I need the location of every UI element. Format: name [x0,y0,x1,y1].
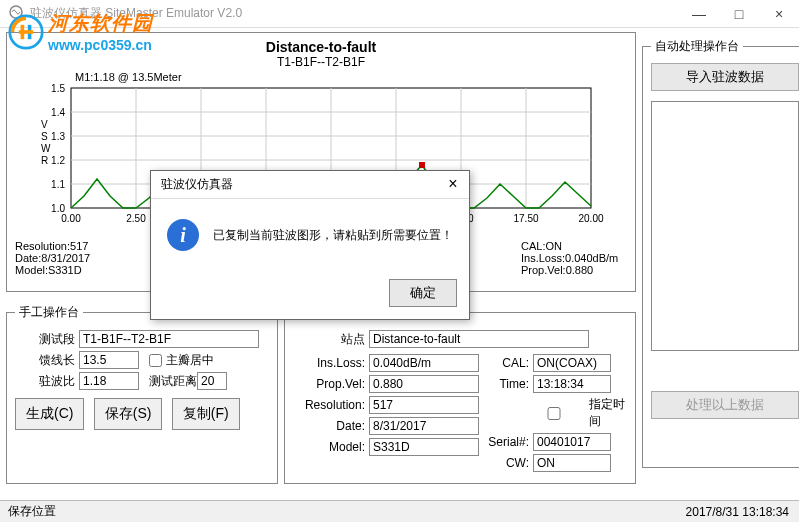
import-button[interactable]: 导入驻波数据 [651,63,799,91]
dialog-close-button[interactable]: × [443,175,463,193]
svg-text:1.4: 1.4 [51,107,65,118]
dist-label: 测试距离 [149,373,197,390]
svg-text:1.3: 1.3 [51,131,65,142]
vswr-input[interactable] [79,372,139,390]
model-label: Model: [293,440,365,454]
copy-button[interactable]: 复制(F) [172,398,240,430]
info-icon: i [167,219,199,251]
serial-input[interactable] [533,433,611,451]
process-button[interactable]: 处理以上数据 [651,391,799,419]
status-datetime: 2017/8/31 13:18:34 [686,505,789,519]
loss-input[interactable] [369,354,479,372]
vel-input[interactable] [369,375,479,393]
watermark: 河东软件园 www.pc0359.cn [8,10,153,53]
maximize-button[interactable]: □ [719,0,759,28]
spec-time-checkbox[interactable] [523,407,585,420]
spec-time-label: 指定时间 [589,396,627,430]
vswr-label: 驻波比 [15,373,75,390]
svg-text:1.2: 1.2 [51,155,65,166]
message-dialog: 驻波仪仿真器 × i 已复制当前驻波图形，请粘贴到所需要位置！ 确定 [150,170,470,320]
cal-input[interactable] [533,354,611,372]
svg-text:1.1: 1.1 [51,179,65,190]
cw-label: CW: [479,456,529,470]
time-input[interactable] [533,375,611,393]
svg-text:20.00: 20.00 [578,213,603,224]
main-center-label: 主瓣居中 [166,352,214,369]
watermark-cn: 河东软件园 [48,10,153,37]
serial-label: Serial#: [479,435,529,449]
watermark-url: www.pc0359.cn [48,37,153,53]
svg-text:R: R [41,155,48,166]
manual-legend: 手工操作台 [15,304,83,321]
date-label: Date: [293,419,365,433]
dialog-title: 驻波仪仿真器 [161,176,233,193]
svg-rect-4 [19,30,33,34]
feeder-input[interactable] [79,351,139,369]
auto-legend: 自动处理操作台 [651,38,743,55]
time-label: Time: [479,377,529,391]
auto-panel: 自动处理操作台 导入驻波数据 处理以上数据 [642,38,799,468]
data-listbox[interactable] [651,101,799,351]
manual-panel: 手工操作台 测试段 馈线长 主瓣居中 驻波比 测试距离 [6,304,278,484]
meta-insloss: Ins.Loss:0.040dB/m [521,252,627,264]
cal-label: CAL: [479,356,529,370]
meta-cal: CAL:ON [521,240,627,252]
chart-subtitle: T1-B1F--T2-B1F [15,55,627,69]
svg-text:0.00: 0.00 [61,213,81,224]
close-button[interactable]: × [759,0,799,28]
generate-button[interactable]: 生成(C) [15,398,84,430]
statusbar: 保存位置 2017/8/31 13:18:34 [0,500,799,522]
vel-label: Prop.Vel: [293,377,365,391]
svg-rect-36 [419,162,425,168]
model-input[interactable] [369,438,479,456]
save-button[interactable]: 保存(S) [94,398,163,430]
meta-propvel: Prop.Vel:0.880 [521,264,627,276]
save-location-label: 保存位置 [8,503,56,520]
watermark-logo-icon [8,14,44,50]
svg-text:W: W [41,143,51,154]
svg-text:2.50: 2.50 [126,213,146,224]
dialog-message: 已复制当前驻波图形，请粘贴到所需要位置！ [213,227,453,244]
res-label: Resolution: [293,398,365,412]
svg-text:S: S [41,131,48,142]
main-center-checkbox[interactable] [149,354,162,367]
params-panel: 常用参数 站点 Ins.Loss: Prop.Vel: Resolution: … [284,304,636,484]
chart-marker-label: M1:1.18 @ 13.5Meter [75,71,627,83]
dialog-ok-button[interactable]: 确定 [389,279,457,307]
minimize-button[interactable]: — [679,0,719,28]
res-input[interactable] [369,396,479,414]
date-input[interactable] [369,417,479,435]
svg-text:V: V [41,119,48,130]
cw-input[interactable] [533,454,611,472]
site-input[interactable] [369,330,589,348]
svg-text:1.5: 1.5 [51,83,65,94]
site-label: 站点 [293,331,365,348]
test-seg-label: 测试段 [15,331,75,348]
svg-text:17.50: 17.50 [513,213,538,224]
loss-label: Ins.Loss: [293,356,365,370]
feeder-label: 馈线长 [15,352,75,369]
dist-input[interactable] [197,372,227,390]
test-seg-input[interactable] [79,330,259,348]
